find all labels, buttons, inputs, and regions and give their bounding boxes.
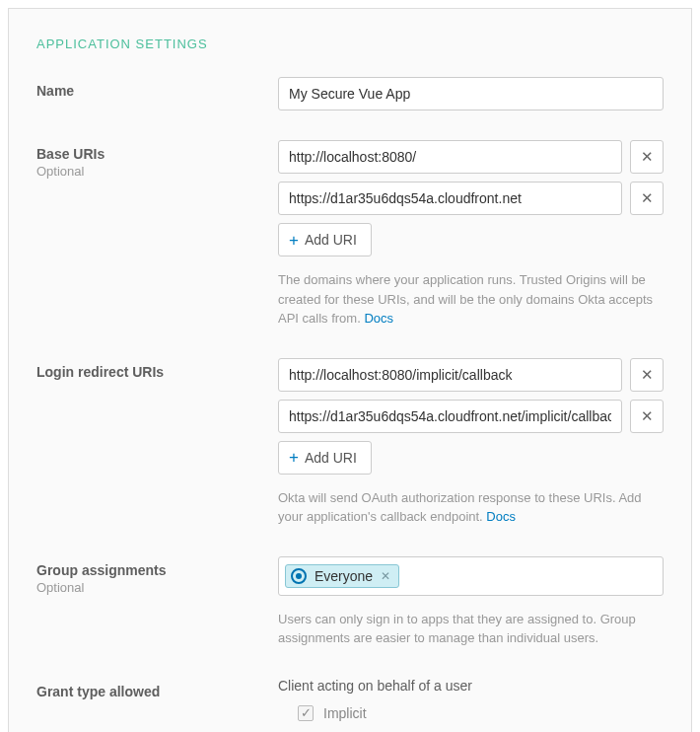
login-uri-input-1[interactable] — [278, 400, 622, 433]
chip-everyone: Everyone ✕ — [285, 564, 399, 588]
base-uri-input-1[interactable] — [278, 182, 622, 215]
base-uri-input-0[interactable] — [278, 140, 622, 174]
add-login-uri-label: Add URI — [305, 450, 357, 466]
plus-icon: + — [289, 232, 299, 249]
close-icon: ✕ — [641, 366, 654, 384]
remove-login-uri-1[interactable]: ✕ — [630, 400, 664, 433]
base-uris-helper-text: The domains where your application runs.… — [278, 272, 653, 326]
checkbox-row-implicit: ✓ Implicit — [278, 705, 664, 721]
grant-heading: Client acting on behalf of a user — [278, 678, 664, 694]
name-input[interactable] — [278, 77, 664, 110]
section-title: APPLICATION SETTINGS — [36, 37, 664, 51]
login-redirect-docs-link[interactable]: Docs — [486, 509, 516, 524]
group-chip-container[interactable]: Everyone ✕ — [278, 556, 664, 596]
row-grant-type: Grant type allowed Client acting on beha… — [36, 678, 664, 733]
base-uri-row-1: ✕ — [278, 182, 664, 215]
close-icon: ✕ — [641, 148, 654, 166]
add-base-uri-label: Add URI — [305, 232, 357, 248]
login-redirect-helper: Okta will send OAuth authorization respo… — [278, 488, 664, 527]
name-label: Name — [36, 83, 278, 99]
label-col-group: Group assignments Optional — [36, 556, 278, 648]
check-icon: ✓ — [301, 705, 312, 720]
group-helper: Users can only sign in to apps that they… — [278, 610, 664, 648]
close-icon: ✕ — [641, 407, 654, 425]
remove-base-uri-1[interactable]: ✕ — [630, 182, 664, 215]
login-redirect-helper-text: Okta will send OAuth authorization respo… — [278, 490, 642, 525]
base-uris-optional: Optional — [36, 164, 278, 179]
row-login-redirect-uris: Login redirect URIs ✕ ✕ + Add URI Okta w… — [36, 358, 664, 527]
base-uris-label: Base URIs — [36, 146, 278, 162]
content-col-login-redirect: ✕ ✕ + Add URI Okta will send OAuth autho… — [278, 358, 664, 527]
login-uri-input-0[interactable] — [278, 358, 622, 392]
row-base-uris: Base URIs Optional ✕ ✕ + Add URI The dom… — [36, 140, 664, 329]
content-col-grant: Client acting on behalf of a user ✓ Impl… — [278, 678, 664, 733]
content-col-name — [278, 77, 664, 110]
row-group-assignments: Group assignments Optional Everyone ✕ Us… — [36, 556, 664, 648]
add-login-uri-button[interactable]: + Add URI — [278, 441, 372, 475]
label-col-grant: Grant type allowed — [36, 678, 278, 733]
login-uri-row-0: ✕ — [278, 358, 664, 392]
label-col-base-uris: Base URIs Optional — [36, 140, 278, 329]
base-uris-helper: The domains where your application runs.… — [278, 270, 664, 329]
label-col-name: Name — [36, 77, 278, 110]
content-col-base-uris: ✕ ✕ + Add URI The domains where your app… — [278, 140, 664, 329]
group-optional: Optional — [36, 580, 278, 595]
remove-base-uri-0[interactable]: ✕ — [630, 140, 664, 174]
content-col-group: Everyone ✕ Users can only sign in to app… — [278, 556, 664, 648]
remove-login-uri-0[interactable]: ✕ — [630, 358, 664, 392]
group-icon — [291, 568, 307, 584]
implicit-checkbox[interactable]: ✓ — [298, 705, 314, 721]
chip-remove-icon[interactable]: ✕ — [381, 569, 390, 583]
login-uri-row-1: ✕ — [278, 400, 664, 433]
add-base-uri-button[interactable]: + Add URI — [278, 223, 372, 256]
implicit-checkbox-label: Implicit — [323, 705, 367, 721]
row-name: Name — [36, 77, 664, 110]
plus-icon: + — [289, 449, 299, 466]
close-icon: ✕ — [641, 189, 654, 207]
base-uris-docs-link[interactable]: Docs — [364, 311, 393, 326]
login-redirect-label: Login redirect URIs — [36, 364, 278, 380]
application-settings-panel: APPLICATION SETTINGS Name Base URIs Opti… — [8, 8, 692, 732]
group-label: Group assignments — [36, 562, 278, 578]
base-uri-row-0: ✕ — [278, 140, 664, 174]
label-col-login-redirect: Login redirect URIs — [36, 358, 278, 527]
grant-label: Grant type allowed — [36, 684, 278, 699]
chip-label: Everyone — [315, 568, 373, 584]
